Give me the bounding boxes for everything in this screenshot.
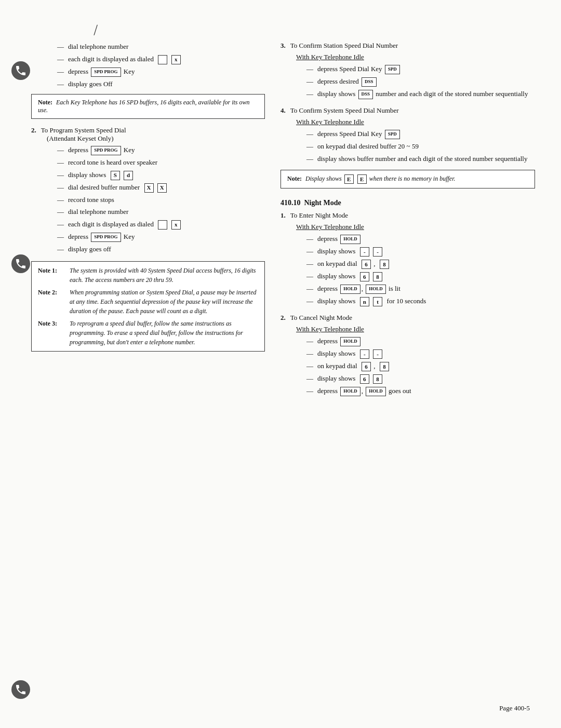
left-column: — dial telephone number — each digit is …: [31, 42, 265, 358]
s2-bullet-7: — each digit is displayed as dialed x: [57, 219, 265, 230]
spd-prog-key-3: SPD PROG: [91, 233, 121, 242]
six-key-1: 6: [362, 260, 371, 269]
note-2-row: Note 2: When programming station or Syst…: [38, 288, 258, 316]
x-key-1: X: [144, 183, 154, 193]
dash-key-2: -: [373, 247, 382, 257]
eight-key-1: 8: [380, 260, 389, 269]
s-key: S: [111, 171, 120, 180]
section-3-header: 3. To Confirm Station Speed Dial Number: [280, 42, 535, 50]
eight-key-2: 8: [380, 362, 389, 371]
dash-key-3: -: [360, 349, 369, 359]
x-box-2: x: [171, 220, 181, 230]
s2-bullet-3: — display shows S d: [57, 170, 265, 180]
hold-key-4: HOLD: [340, 337, 360, 346]
note-3-row: Note 3: To reprogram a speed dial buffer…: [38, 319, 258, 347]
phone-icon-1: [11, 61, 30, 80]
x-key-2: X: [157, 183, 167, 193]
phone-icon-2: [11, 254, 30, 273]
s2-bullet-6: — dial telephone number: [57, 207, 265, 217]
phone-icon-3: [11, 680, 30, 699]
intro-bullet-3: — depress SPD PROG Key: [57, 66, 265, 77]
note-intro-text: Each Key Telephone has 16 SPD buffers, 1…: [38, 99, 250, 114]
intro-bullet-2: — each digit is displayed as dialed x: [57, 54, 265, 64]
cn-bullet-2: — display shows - -: [306, 348, 535, 359]
section-410-header: 410.10 Night Mode: [280, 199, 535, 207]
blank-box-2: [158, 220, 167, 230]
top-decoration: /: [92, 22, 99, 39]
cn-bullet-1: — depress HOLD: [306, 336, 535, 346]
cn-bullet-3: — on keypad dial 6 , 8: [306, 361, 535, 371]
s2-bullet-9: — display goes off: [57, 244, 265, 254]
s2-bullet-8: — depress SPD PROG Key: [57, 232, 265, 242]
s2-bullet-2: — record tone is heard over speaker: [57, 157, 265, 168]
nm-bullet-2: — display shows - -: [306, 246, 535, 257]
section-3-subtitle: With Key Telephone Idle: [296, 53, 535, 61]
spd-key-2: SPD: [385, 130, 400, 139]
s3-bullet-1: — depress Speed Dial Key SPD: [306, 64, 535, 74]
section-4-subtitle: With Key Telephone Idle: [296, 118, 535, 126]
section-4-header: 4. To Confirm System Speed Dial Number: [280, 106, 535, 115]
nm-bullet-3: — on keypad dial 6 , 8: [306, 259, 535, 269]
section-2-subtitle: (Attendant Keyset Only): [47, 134, 265, 143]
dss-key-2: DSS: [358, 90, 373, 99]
eight-display-1: 8: [373, 272, 382, 281]
page: / — dial telephone number — each digit i…: [0, 0, 561, 728]
note-1-row: Note 1: The system is provided with 40 S…: [38, 266, 258, 285]
cn-bullet-4: — display shows 6 8: [306, 373, 535, 384]
section-410-2-header: 2. To Cancel Night Mode: [280, 314, 535, 322]
s4-bullet-2: — on keypad dial desired buffer 20 ~ 59: [306, 141, 535, 152]
dss-key-1: DSS: [362, 77, 377, 87]
spd-prog-key-2: SPD PROG: [91, 146, 121, 155]
section-2-header: 2. To Program System Speed Dial: [31, 126, 265, 134]
s4-bullet-1: — depress Speed Dial Key SPD: [306, 129, 535, 139]
six-display-2: 6: [360, 374, 369, 384]
section-410-1-header: 1. To Enter Night Mode: [280, 211, 535, 220]
dash-key-1: -: [360, 247, 369, 257]
spd-prog-key-1: SPD PROG: [91, 68, 121, 77]
intro-bullet-1: — dial telephone number: [57, 42, 265, 52]
note-intro-label: Note:: [38, 99, 52, 106]
note-ee-text: Display shows E E when there is no memor…: [305, 175, 456, 182]
hold-key-5: HOLD: [340, 387, 360, 396]
s3-bullet-3: — display shows DSS number and each digi…: [306, 89, 535, 99]
x-box-1: x: [171, 55, 181, 64]
hold-key-3: HOLD: [366, 285, 386, 294]
nm-bullet-4: — display shows 6 8: [306, 271, 535, 281]
note-ee-box: Note: Display shows E E when there is no…: [280, 170, 535, 188]
spd-key-1: SPD: [385, 65, 400, 74]
section-410: 410.10 Night Mode 1. To Enter Night Mode…: [280, 199, 535, 396]
six-display-1: 6: [360, 272, 369, 281]
hold-key-6: HOLD: [366, 387, 386, 396]
s2-bullet-1: — depress SPD PROG Key: [57, 145, 265, 155]
six-key-2: 6: [362, 362, 371, 371]
note-ee-label: Note:: [287, 175, 302, 182]
hold-key-2: HOLD: [340, 285, 360, 294]
nm-bullet-5: — depress HOLD, HOLD is lit: [306, 284, 535, 294]
multi-notes-box: Note 1: The system is provided with 40 S…: [31, 261, 265, 352]
page-number: Page 400-5: [499, 704, 530, 712]
nm-bullet-1: — depress HOLD: [306, 234, 535, 244]
nm-bullet-6: — display shows n t for 10 seconds: [306, 296, 535, 306]
s3-bullet-2: — depress desired DSS: [306, 76, 535, 87]
e-key-1: E: [344, 174, 354, 184]
t-key: t: [373, 297, 382, 306]
s2-bullet-4: — dial desired buffer number X X: [57, 182, 265, 193]
d-key: d: [124, 171, 133, 180]
intro-bullet-4: — display goes Off: [57, 79, 265, 89]
s4-bullet-3: — display shows buffer number and each d…: [306, 154, 535, 164]
hold-key-1: HOLD: [340, 235, 360, 244]
right-column: 3. To Confirm Station Speed Dial Number …: [280, 42, 535, 398]
dash-key-4: -: [373, 349, 382, 359]
section-410-2-subtitle: With Key Telephone Idle: [296, 325, 535, 333]
e-key-2: E: [357, 174, 367, 184]
cn-bullet-5: — depress HOLD, HOLD goes out: [306, 386, 535, 396]
note-intro-box: Note: Each Key Telephone has 16 SPD buff…: [31, 94, 265, 119]
s2-bullet-5: — record tone stops: [57, 195, 265, 205]
section-410-1-subtitle: With Key Telephone Idle: [296, 223, 535, 231]
n-key: n: [360, 297, 369, 306]
eight-display-2: 8: [373, 374, 382, 384]
blank-box-1: [158, 55, 167, 64]
